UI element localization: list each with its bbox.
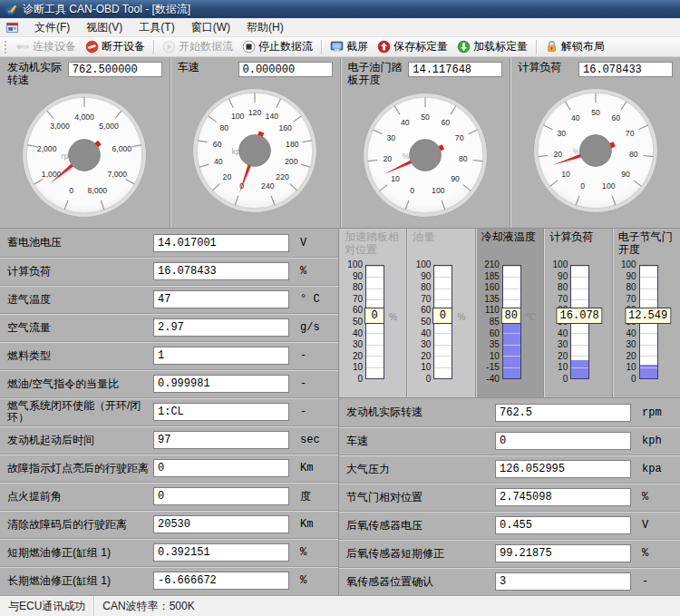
window-title: 诊断工具 CAN-OBD Tool - [数据流] [23,2,190,17]
param-value-box[interactable]: 0.392151 [153,543,289,562]
param-value-box[interactable]: 47 [153,290,289,308]
toolbar-button-label: 加载标定量 [473,39,528,54]
toolbar-button-1[interactable]: 断开设备 [81,38,150,56]
toolbar-button-6[interactable]: 截屏 [325,38,373,56]
disconnect-icon [85,40,99,54]
gauge-value-box[interactable]: 14.117648 [408,62,502,77]
bar-tick-label: 100 [613,260,636,269]
param-value-box[interactable]: 2.745098 [495,488,631,506]
param-value-box[interactable]: 20530 [153,515,289,533]
gauge-dial: 0102030405060708090100 % [341,83,510,228]
param-label: 发动机实际转速 [346,406,495,418]
svg-text:40: 40 [571,113,580,122]
gauge-panel-1: 车速0.000000 02040608010012014016018020022… [170,57,340,228]
bar-tick-label: 60 [476,329,500,338]
bar-panel-1[interactable]: 油量1009080706050403020100%0 [406,229,474,397]
param-unit: - [289,349,331,362]
status-baudrate: CAN波特率：500K [94,596,202,616]
toolbar-button-0[interactable]: 连接设备 [12,38,81,56]
bar-tick-label: 10 [613,363,636,372]
bar-panel-0[interactable]: 加速踏板相对位置1009080706050403020100%0 [339,229,406,397]
menubar: 文件(F)视图(V)工具(T)窗口(W)帮助(H) [0,18,680,37]
svg-text:%: % [572,147,579,156]
toolbar-button-10[interactable]: 解锁布局 [540,38,609,56]
svg-text:0: 0 [410,187,414,196]
param-value-box[interactable]: -6.666672 [153,572,289,590]
param-unit: - [289,406,331,418]
bar-panel-4[interactable]: 电子节气门开度1009080706050403020100%12.549 [612,229,680,397]
left-table-row-4: 燃料类型1- [0,341,338,369]
param-value-box[interactable]: 3 [495,572,631,591]
bar-panel-2[interactable]: 冷却液温度21018516013511085603510-15-40℃80 [475,229,543,397]
param-value-box[interactable]: 1:CL [153,403,289,421]
toolbar-grip[interactable] [5,41,8,54]
mdi-child-icon[interactable] [5,21,19,34]
bar-tick-label: 0 [544,375,568,384]
bar-tick-label: 0 [407,375,431,384]
toolbar-button-4[interactable]: 停止数据流 [238,38,317,56]
menu-item-3[interactable]: 窗口(W) [183,18,238,37]
svg-text:70: 70 [455,134,464,143]
param-label: 发动机起动后时间 [7,435,153,446]
right-table-row-4: 后氧传感器电压0.455V [339,511,680,539]
svg-text:160: 160 [279,123,293,132]
left-table-row-1: 计算负荷16.078433% [0,257,338,285]
toolbar-button-7[interactable]: 保存标定量 [373,38,452,56]
toolbar-button-label: 解锁布局 [561,39,605,54]
param-value-box[interactable]: 0.999981 [153,375,289,393]
svg-text:140: 140 [266,112,279,121]
svg-text:90: 90 [451,174,460,183]
param-label: 节气门相对位置 [346,492,495,504]
right-table-row-2: 大气压力126.052995kpa [339,455,680,483]
param-value-box[interactable]: 14.017001 [153,234,289,252]
param-label: 计算负荷 [7,266,153,278]
param-value-box[interactable]: 99.21875 [495,544,631,562]
param-value-box[interactable]: 0 [153,459,289,477]
svg-text:50: 50 [421,112,430,122]
param-value-box[interactable]: 126.052995 [495,460,631,478]
gauge-panel-3: 计算负荷16.078433 0102030405060708090100 % [510,57,680,228]
param-value-box[interactable]: 0 [495,432,631,450]
bar-tick-label: 0 [339,375,363,384]
toolbar-button-label: 停止数据流 [258,39,313,54]
param-value-box[interactable]: 762.5 [495,404,631,422]
bar-body: 1009080706050403020100%0 [339,261,406,393]
bar-tick-label: 80 [613,283,636,292]
svg-text:80: 80 [629,150,638,159]
toolbar-button-3[interactable]: 开始数据流 [158,38,238,56]
param-value-box[interactable]: 1 [153,347,289,365]
bar-title: 冷却液温度 [476,229,543,261]
toolbar-button-label: 断开设备 [102,39,145,54]
bar-body: 1009080706050403020100%0 [407,261,474,393]
param-value-box[interactable]: 97 [153,431,289,449]
param-value-box[interactable]: 0 [153,487,289,505]
bar-tick-label: 160 [476,283,500,292]
menu-item-0[interactable]: 文件(F) [26,18,78,37]
svg-text:10: 10 [391,174,400,183]
param-value-box[interactable]: 16.078433 [153,262,289,280]
param-value-box[interactable]: 0.455 [495,516,631,534]
titlebar[interactable]: 诊断工具 CAN-OBD Tool - [数据流] [0,0,680,18]
gauge-value-box[interactable]: 762.500000 [68,62,162,77]
bar-tick-label: 20 [339,352,363,361]
param-label: 车速 [346,435,495,447]
menu-item-4[interactable]: 帮助(H) [238,18,292,37]
param-value-box[interactable]: 2.97 [153,318,289,337]
bar-tick-label: 60 [407,306,431,315]
param-label: 燃料类型 [7,350,153,362]
gauge-label: 计算负荷 [518,62,575,74]
bar-tick-label: -40 [476,375,500,384]
bar-tick-label: 30 [339,340,363,349]
left-table-row-8: 故障指示灯点亮后的行驶距离0Km [0,454,338,482]
bar-tick-label: 40 [407,329,431,338]
bar-tick-label: 100 [339,260,363,269]
right-table-row-6: 氧传感器位置确认3- [339,567,680,595]
svg-text:%: % [402,152,409,161]
toolbar-button-8[interactable]: 加载标定量 [452,38,532,56]
menu-item-1[interactable]: 视图(V) [78,18,131,37]
menu-item-2[interactable]: 工具(T) [131,18,182,37]
bar-panel-3[interactable]: 计算负荷1009080706050403020100%16.078 [543,229,611,397]
svg-text:60: 60 [213,140,222,149]
bar-tick-label: 90 [407,272,431,281]
svg-text:60: 60 [611,113,620,122]
